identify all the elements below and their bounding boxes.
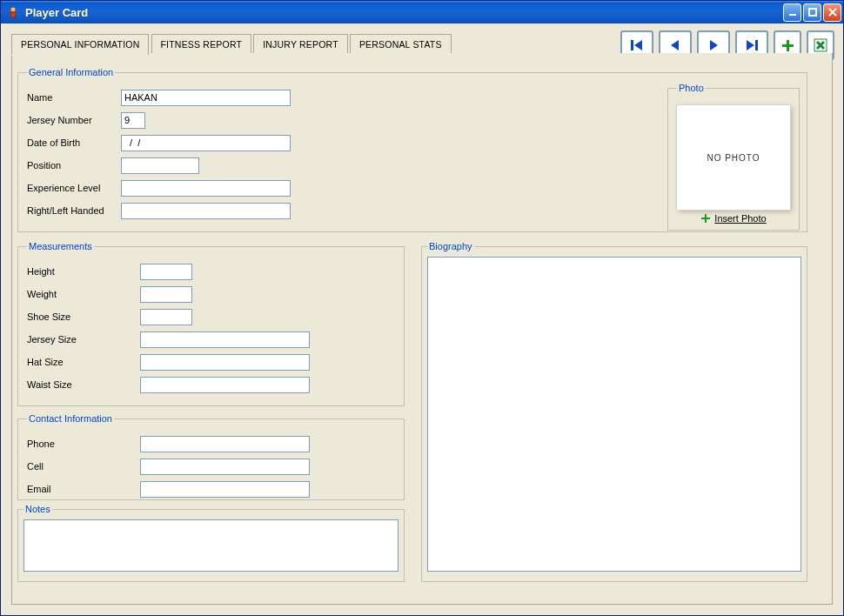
input-hat-size[interactable] <box>140 354 310 371</box>
label-name: Name <box>27 92 121 103</box>
photo-placeholder: NO PHOTO <box>677 105 790 210</box>
window-title: Player Card <box>25 6 783 19</box>
label-email: Email <box>27 484 140 494</box>
svg-rect-3 <box>809 9 816 16</box>
photo-placeholder-text: NO PHOTO <box>707 153 760 163</box>
group-notes: Notes <box>17 504 405 582</box>
label-height: Height <box>27 266 140 277</box>
input-email[interactable] <box>140 481 310 498</box>
titlebar: Player Card <box>1 1 843 23</box>
textarea-notes[interactable] <box>23 519 399 572</box>
label-phone: Phone <box>27 439 140 449</box>
client-area: PERSONAL INFORMATION FITNESS REPORT INJU… <box>1 23 843 615</box>
label-position: Position <box>27 160 121 171</box>
maximize-button[interactable] <box>803 3 821 22</box>
group-photo: Photo NO PHOTO Insert Photo <box>667 83 800 231</box>
tab-row: PERSONAL INFORMATION FITNESS REPORT INJU… <box>11 34 833 54</box>
input-handedness[interactable] <box>121 203 291 219</box>
window-controls <box>783 3 841 22</box>
insert-photo-link[interactable]: Insert Photo <box>677 213 790 224</box>
group-general-information: General Information Name Jersey Number D… <box>17 67 807 232</box>
label-jersey-size: Jersey Size <box>27 334 140 345</box>
input-weight[interactable] <box>140 286 192 303</box>
label-shoe-size: Shoe Size <box>27 311 140 322</box>
input-waist-size[interactable] <box>140 377 310 393</box>
tab-panel: General Information Name Jersey Number D… <box>11 53 833 605</box>
legend-photo: Photo <box>677 83 706 93</box>
legend-biography: Biography <box>427 241 474 251</box>
legend-measurements: Measurements <box>27 241 94 251</box>
label-jersey-number: Jersey Number <box>27 115 121 125</box>
tab-personal-information[interactable]: PERSONAL INFORMATION <box>11 34 149 56</box>
plus-icon <box>700 213 711 224</box>
input-jersey-number[interactable] <box>121 112 145 129</box>
input-jersey-size[interactable] <box>140 331 310 348</box>
legend-contact: Contact Information <box>27 413 114 424</box>
input-phone[interactable] <box>140 436 310 452</box>
label-handedness: Right/Left Handed <box>27 205 121 216</box>
minimize-button[interactable] <box>783 3 801 22</box>
tab-personal-stats[interactable]: PERSONAL STATS <box>350 34 452 54</box>
input-height[interactable] <box>140 264 192 280</box>
svg-rect-1 <box>10 12 16 17</box>
input-shoe-size[interactable] <box>140 309 192 325</box>
tab-fitness-report[interactable]: FITNESS REPORT <box>151 34 252 54</box>
close-button[interactable] <box>823 3 841 22</box>
label-dob: Date of Birth <box>27 137 121 148</box>
label-experience: Experience Level <box>27 183 121 193</box>
svg-rect-14 <box>701 218 710 219</box>
input-position[interactable] <box>121 157 199 174</box>
svg-rect-2 <box>789 14 796 16</box>
input-experience[interactable] <box>121 180 291 197</box>
group-biography: Biography <box>421 241 807 582</box>
tab-injury-report[interactable]: INJURY REPORT <box>253 34 348 54</box>
group-measurements: Measurements Height Weight Shoe Size Jer… <box>17 241 405 406</box>
label-weight: Weight <box>27 289 140 299</box>
window: Player Card <box>0 0 844 616</box>
input-cell[interactable] <box>140 459 310 475</box>
legend-notes: Notes <box>23 504 52 514</box>
input-name[interactable] <box>121 90 291 106</box>
label-cell: Cell <box>27 461 140 472</box>
textarea-biography[interactable] <box>427 257 801 572</box>
insert-photo-label: Insert Photo <box>714 213 766 224</box>
legend-general-info: General Information <box>27 67 115 77</box>
input-dob[interactable] <box>121 135 291 151</box>
label-hat-size: Hat Size <box>27 357 140 367</box>
svg-point-0 <box>10 7 16 12</box>
app-icon <box>6 5 20 19</box>
label-waist-size: Waist Size <box>27 379 140 390</box>
group-contact: Contact Information Phone Cell Email <box>17 413 405 500</box>
